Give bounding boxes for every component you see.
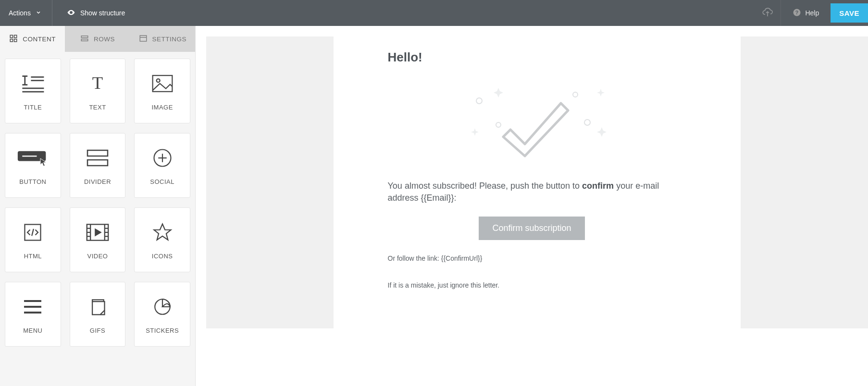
text-a: You almost subscribed! Please, push the … xyxy=(388,181,583,191)
show-structure-toggle[interactable]: Show structure xyxy=(52,8,125,18)
svg-point-17 xyxy=(156,79,160,82)
block-video[interactable]: VIDEO xyxy=(70,207,126,272)
block-icons[interactable]: ICONS xyxy=(134,207,190,272)
mistake-text: If it is a mistake, just ignore this let… xyxy=(388,281,676,289)
checkmark-graphic xyxy=(388,79,676,166)
svg-marker-37 xyxy=(154,224,171,240)
button-block-icon xyxy=(17,145,49,170)
help-label: Help xyxy=(805,9,819,17)
social-block-icon xyxy=(152,145,173,170)
canvas-gutter-left xyxy=(206,36,334,328)
svg-line-26 xyxy=(32,229,34,236)
help-icon: ? xyxy=(793,8,801,18)
svg-rect-21 xyxy=(87,160,108,166)
svg-rect-20 xyxy=(87,150,108,156)
image-block-icon xyxy=(151,71,174,96)
topbar-right: ? Help SAVE xyxy=(754,0,868,26)
svg-rect-16 xyxy=(152,75,172,92)
menu-block-icon xyxy=(23,294,42,319)
block-label: BUTTON xyxy=(19,178,46,185)
svg-point-46 xyxy=(573,92,578,97)
block-label: SOCIAL xyxy=(150,178,174,185)
tab-settings-label: SETTINGS xyxy=(152,36,187,43)
confirm-subscription-button[interactable]: Confirm subscription xyxy=(479,217,584,240)
block-label: DIVIDER xyxy=(84,178,111,185)
eye-icon xyxy=(67,8,75,18)
svg-point-45 xyxy=(584,120,590,125)
help-button[interactable]: ? Help xyxy=(781,0,831,26)
svg-point-0 xyxy=(70,12,72,13)
svg-rect-7 xyxy=(81,36,88,37)
email-body-paragraph: You almost subscribed! Please, push the … xyxy=(388,180,676,204)
actions-dropdown[interactable]: Actions xyxy=(0,0,52,26)
canvas-gutter-right xyxy=(741,36,868,328)
tab-content[interactable]: CONTENT xyxy=(0,26,65,52)
tab-rows[interactable]: ROWS xyxy=(65,26,130,52)
block-image[interactable]: IMAGE xyxy=(134,59,190,123)
svg-text:T: T xyxy=(92,73,103,93)
tab-rows-label: ROWS xyxy=(94,36,115,43)
block-label: STICKERS xyxy=(146,327,179,334)
svg-rect-8 xyxy=(81,39,88,41)
follow-link-text: Or follow the link: {{ConfirmUrl}} xyxy=(388,254,676,262)
stickers-block-icon xyxy=(152,294,173,319)
block-divider[interactable]: DIVIDER xyxy=(70,133,126,198)
block-button[interactable]: BUTTON xyxy=(5,133,61,198)
content-blocks-grid: TITLE T TEXT IMAGE BUTTON xyxy=(0,52,195,353)
email-heading: Hello! xyxy=(388,50,676,65)
block-text[interactable]: T TEXT xyxy=(70,59,126,123)
tab-settings[interactable]: SETTINGS xyxy=(130,26,195,52)
block-social[interactable]: SOCIAL xyxy=(134,133,190,198)
block-title[interactable]: TITLE xyxy=(5,59,61,123)
cloud-sync-icon[interactable] xyxy=(754,0,781,26)
block-label: VIDEO xyxy=(87,253,108,260)
block-label: MENU xyxy=(23,327,42,334)
block-label: TITLE xyxy=(24,104,42,111)
block-label: TEXT xyxy=(89,104,106,111)
title-block-icon xyxy=(20,71,46,96)
chevron-down-icon xyxy=(36,9,41,17)
divider-block-icon xyxy=(86,145,110,170)
block-label: GIFS xyxy=(90,327,105,334)
icons-block-icon xyxy=(152,220,173,245)
block-menu[interactable]: MENU xyxy=(5,282,61,347)
actions-label: Actions xyxy=(9,9,31,17)
email-preview[interactable]: Hello! xyxy=(378,36,686,386)
svg-rect-5 xyxy=(11,39,13,41)
sidebar-tabs: CONTENT ROWS SETTINGS xyxy=(0,26,195,52)
show-structure-label: Show structure xyxy=(80,9,125,17)
text-block-icon: T xyxy=(87,71,108,96)
svg-rect-4 xyxy=(14,35,17,37)
svg-marker-36 xyxy=(95,229,100,236)
block-label: HTML xyxy=(24,253,42,260)
sidebar: CONTENT ROWS SETTINGS xyxy=(0,26,196,386)
block-label: ICONS xyxy=(152,253,173,260)
settings-icon xyxy=(139,34,148,44)
svg-rect-3 xyxy=(11,35,13,37)
main: CONTENT ROWS SETTINGS xyxy=(0,26,868,386)
grid-icon xyxy=(9,34,18,44)
svg-rect-6 xyxy=(14,39,17,41)
video-block-icon xyxy=(86,220,110,245)
editor-canvas[interactable]: Hello! xyxy=(196,26,868,386)
html-block-icon xyxy=(22,220,43,245)
svg-point-43 xyxy=(476,98,482,104)
block-stickers[interactable]: STICKERS xyxy=(134,282,190,347)
rows-icon xyxy=(80,34,89,44)
svg-rect-9 xyxy=(140,36,147,41)
block-gifs[interactable]: GIFS xyxy=(70,282,126,347)
save-button[interactable]: SAVE xyxy=(831,3,868,23)
gifs-block-icon xyxy=(88,294,107,319)
block-label: IMAGE xyxy=(151,104,173,111)
svg-point-44 xyxy=(496,122,501,127)
topbar: Actions Show structure ? Help SAVE xyxy=(0,0,868,26)
text-bold: confirm xyxy=(582,181,614,191)
block-html[interactable]: HTML xyxy=(5,207,61,272)
svg-text:?: ? xyxy=(795,9,798,15)
tab-content-label: CONTENT xyxy=(23,36,56,43)
